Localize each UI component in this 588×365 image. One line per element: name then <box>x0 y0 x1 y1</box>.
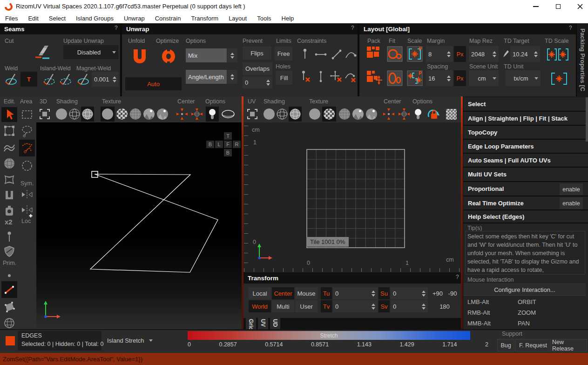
texture3d-image-button[interactable] <box>142 107 155 122</box>
menu-constrain[interactable]: Constrain <box>150 15 186 22</box>
configure-interaction-button[interactable]: Configure Interaction... <box>464 284 586 296</box>
command-line[interactable]: ZomSet({Path="Vars.EditMode.AreaTool", V… <box>0 353 588 365</box>
magnet-weld-icon[interactable] <box>77 73 91 87</box>
scene-unit-dropdown[interactable]: cm <box>469 70 499 86</box>
margin-px-toggle[interactable]: Px <box>454 46 466 62</box>
spinner-arrows-icon[interactable] <box>113 76 116 82</box>
uv-grid-toggle-button[interactable] <box>444 107 458 122</box>
tab-ud[interactable]: UD <box>270 318 280 331</box>
menu-files[interactable]: Files <box>0 15 23 22</box>
section-edge-loop-parameters[interactable]: Edge Loop Parameters <box>463 140 588 154</box>
uv-texture-image-alt-button[interactable] <box>365 107 378 122</box>
texture3d-image-alt-button[interactable] <box>156 107 169 122</box>
uv-center-selection-button[interactable] <box>382 107 396 122</box>
uv-texture-grid-button[interactable] <box>338 107 351 122</box>
translate-u-spinner[interactable]: 0 <box>333 287 378 299</box>
holes-fill-button[interactable]: Fill <box>276 71 292 85</box>
constraint-remove-curve-icon[interactable] <box>344 70 358 84</box>
symmetry-toggle-button[interactable] <box>19 187 35 202</box>
prim-island-button[interactable] <box>1 316 17 331</box>
scale-v-spinner[interactable]: 0 <box>391 300 428 312</box>
unwrap-metric-dropdown[interactable]: Angle/Length <box>186 70 227 84</box>
uv-shading-solid-button[interactable] <box>263 107 276 122</box>
update-unwrap-dropdown[interactable]: Disabled <box>63 45 118 59</box>
translate-v-toggle[interactable]: Tv <box>321 300 332 312</box>
seams-help-button[interactable]: ? <box>115 25 118 31</box>
unfold-icon[interactable] <box>132 48 147 64</box>
transform-space-local-button[interactable]: Local <box>249 287 271 299</box>
scale-packed-icon[interactable]: P <box>407 46 423 62</box>
shading3d-solid-button[interactable] <box>55 107 68 122</box>
prevent-overlaps-button[interactable]: Overlaps <box>243 62 272 75</box>
constraint-pin-icon[interactable] <box>298 47 312 61</box>
unwrap-help-button[interactable]: ? <box>351 25 354 31</box>
unwrap-mode-spinner[interactable] <box>227 48 237 62</box>
spacing-px-toggle[interactable]: Px <box>454 70 466 86</box>
tab-uv[interactable]: UV <box>258 318 268 331</box>
texture3d-none-button[interactable] <box>101 107 115 122</box>
transform-pivot-user-button[interactable]: User <box>295 300 318 312</box>
scale-v-toggle[interactable]: Sv <box>378 300 390 312</box>
close-button[interactable] <box>572 0 588 13</box>
prevent-iterations-spinner[interactable]: 0 <box>243 77 272 88</box>
options3d-seam-display-button[interactable] <box>220 107 236 122</box>
limits-free-button[interactable]: Free <box>275 47 292 61</box>
right-panel-scrollbar[interactable] <box>586 97 588 142</box>
proportional-enable-button[interactable]: enable <box>560 183 583 195</box>
auto-unwrap-button[interactable]: Auto <box>125 77 182 90</box>
magnet-weld-threshold-spinner[interactable]: 0.001 <box>92 72 119 87</box>
constraint-vertical-edge-icon[interactable] <box>314 70 328 84</box>
area-lasso-select-button[interactable] <box>19 123 35 138</box>
pin-tool-button[interactable] <box>1 229 17 244</box>
uv-shading-shaded-wire-button[interactable] <box>289 107 302 122</box>
area-polygon-select-button[interactable] <box>19 140 35 156</box>
pack-icon[interactable] <box>366 46 382 62</box>
area-circle-select-button[interactable] <box>19 158 35 173</box>
prevent-flips-button[interactable]: Flips <box>243 47 271 60</box>
pack-translate-icon[interactable] <box>366 70 382 86</box>
uv-options-light-button[interactable] <box>412 107 425 122</box>
weld-t-toggle[interactable]: T <box>20 72 37 87</box>
transform-pivot-center-button[interactable]: Center <box>272 287 294 299</box>
map-rez-spinner[interactable]: 2048 <box>469 46 499 62</box>
unwrap-metric-spinner[interactable] <box>227 70 237 84</box>
section-multi-uv-sets[interactable]: Multi UV Sets <box>463 168 588 182</box>
spacing-spinner[interactable]: 16 <box>426 70 453 86</box>
layout-help-button[interactable]: ? <box>569 25 572 31</box>
protect-tool-button[interactable] <box>1 244 17 259</box>
texture3d-checker-button[interactable] <box>115 107 128 122</box>
td-unit-dropdown[interactable]: tx/cm <box>505 70 541 86</box>
constraint-diagonal-edge-icon[interactable] <box>330 47 344 61</box>
sphere-deform-tool-button[interactable] <box>1 156 17 171</box>
fit-circles-icon[interactable] <box>387 46 403 62</box>
x2-subdiv-button[interactable]: x2 <box>5 218 13 226</box>
translate-u-toggle[interactable]: Tu <box>321 287 332 299</box>
unwrap-mode-dropdown[interactable]: Mix <box>186 48 227 62</box>
section-align-straighten-flip-fit-stack[interactable]: Align | Straighten | Flip | Fit | Stack <box>463 112 588 126</box>
menu-edit[interactable]: Edit <box>23 15 43 22</box>
constraint-curve-pin-icon[interactable] <box>344 47 358 61</box>
uv-texture-image-button[interactable] <box>351 107 365 122</box>
support-new-release-button[interactable]: New Release <box>552 339 587 351</box>
menu-help[interactable]: Help <box>277 15 299 22</box>
weld-icon[interactable] <box>5 73 19 87</box>
scale-islands-icon[interactable]: P <box>407 70 423 86</box>
scale-u-spinner[interactable]: 0 <box>391 287 428 299</box>
scale-u-toggle[interactable]: Su <box>378 287 390 299</box>
packing-properties-tab[interactable]: Packing Properties [C <box>577 23 588 96</box>
transform-gizmo-tool-button[interactable] <box>1 123 17 138</box>
section-auto-seams[interactable]: Auto Seams | Full AUTO UVs <box>463 154 588 168</box>
margin-spinner[interactable]: 8 <box>426 46 453 62</box>
td-scale-island-icon[interactable] <box>549 71 569 87</box>
uv-panel-divider[interactable] <box>461 96 463 331</box>
center3d-selection-button[interactable] <box>175 107 189 122</box>
minimize-button[interactable] <box>528 0 544 13</box>
cut-tool-icon[interactable] <box>34 45 55 61</box>
uv-maximize-button[interactable] <box>246 107 259 122</box>
menu-island-groups[interactable]: Island Groups <box>71 15 119 22</box>
fit-ellipses-icon[interactable] <box>387 70 403 86</box>
transform-help-button[interactable]: ? <box>456 274 459 280</box>
select-tool-button[interactable] <box>1 107 17 122</box>
prim-polygon-button[interactable] <box>1 300 17 315</box>
td-target-spinner[interactable]: 10.24 <box>510 46 540 62</box>
